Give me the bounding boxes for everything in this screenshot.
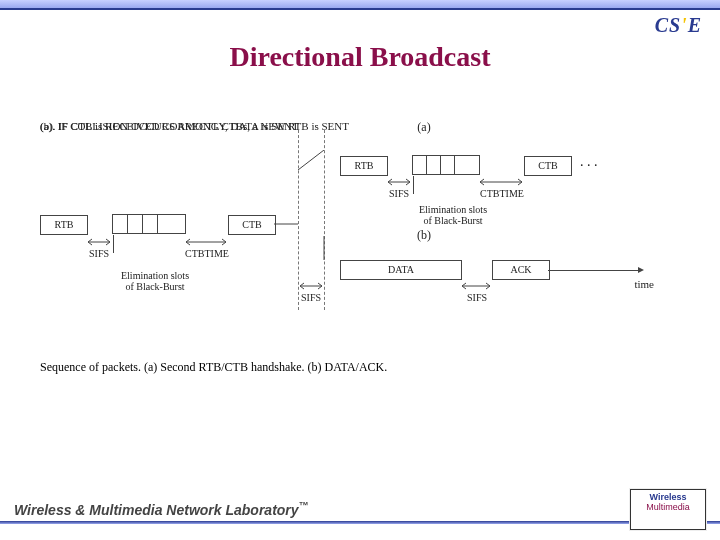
packet-data-b: DATA [340, 260, 462, 280]
gap-arrow-sifs-left [86, 238, 112, 248]
gap-arrow-sifs-b2 [460, 282, 492, 292]
gap-label-sifs-left: SIFS [80, 248, 118, 259]
gap-label-ctbtime-a: CTBTIME [474, 188, 530, 199]
badge-bottom: Multimedia [646, 502, 690, 512]
burst-segment-left [112, 214, 186, 234]
gap-arrow-sifs-b1 [298, 282, 324, 292]
footer-tm: ™ [299, 500, 309, 511]
branch-connector [274, 150, 334, 260]
note-b: (b). IF CTB is RECEIVED CORRECTLY, DATA … [40, 120, 299, 134]
burst-label-left: Elimination slots of Black-Burst [110, 270, 200, 292]
timing-diagram: (a). IF COLLISION OCCURS AMONG CTBs, a N… [40, 120, 690, 380]
header-rule [0, 8, 720, 10]
gap-label-sifs-b1: SIFS [292, 292, 330, 303]
logo-cs: CS [655, 14, 681, 36]
packet-rtb-a: RTB [340, 156, 388, 176]
footer-rule [0, 521, 720, 524]
gap-label-ctbtime-left: CTBTIME [180, 248, 234, 259]
figure-caption: Sequence of packets. (a) Second RTB/CTB … [40, 360, 387, 375]
header-accent-bar [0, 0, 720, 8]
time-axis [548, 270, 638, 271]
gap-arrow-sifs-a [386, 178, 412, 188]
packet-ack-b: ACK [492, 260, 550, 280]
gap-arrow-ctbtime-left [184, 238, 228, 248]
footer-lab-text: Wireless & Multimedia Network Laboratory [14, 502, 299, 518]
packet-ctb-left: CTB [228, 215, 276, 235]
dots-a: . . . [580, 154, 598, 170]
branch-a-marker: (a) [412, 120, 436, 135]
gap-label-sifs-b2: SIFS [458, 292, 496, 303]
footer-wireless-multimedia-badge: Wireless Multimedia [630, 489, 706, 530]
cse-logo: CS'E [655, 14, 702, 37]
packet-rtb-left: RTB [40, 215, 88, 235]
gap-label-sifs-a: SIFS [380, 188, 418, 199]
page-title: Directional Broadcast [0, 41, 720, 73]
logo-e: E [688, 14, 702, 36]
burst-label-a: Elimination slots of Black-Burst [408, 204, 498, 226]
footer-lab-name: Wireless & Multimedia Network Laboratory… [14, 500, 309, 518]
packet-ctb-a: CTB [524, 156, 572, 176]
time-axis-label: time [614, 278, 654, 290]
gap-arrow-ctbtime-a [478, 178, 524, 188]
branch-b-marker: (b) [412, 228, 436, 243]
badge-top: Wireless [650, 492, 687, 502]
svg-line-3 [298, 150, 324, 170]
burst-segment-a [412, 155, 480, 175]
